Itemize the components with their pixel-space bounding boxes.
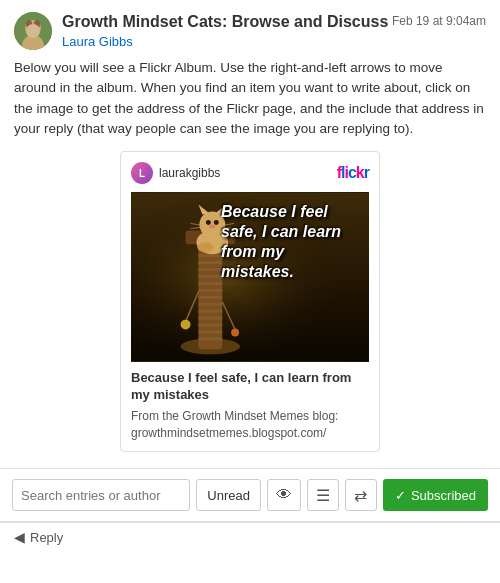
svg-rect-15 <box>198 275 222 278</box>
meme-text: Because I feel safe, I can learn from my… <box>221 202 361 282</box>
post-header: Growth Mindset Cats: Browse and Discuss … <box>0 0 500 58</box>
reply-link[interactable]: ◀ Reply <box>14 529 63 545</box>
filter-icon: ⇄ <box>354 486 367 505</box>
svg-rect-16 <box>198 282 222 285</box>
reply-arrow-icon: ◀ <box>14 529 25 545</box>
search-input[interactable] <box>12 479 190 511</box>
avatar <box>14 12 52 50</box>
svg-rect-13 <box>198 261 222 264</box>
flickr-blog-text: From the Growth Mindset Memes blog: grow… <box>131 408 369 442</box>
svg-point-43 <box>231 329 239 337</box>
svg-point-34 <box>209 224 215 228</box>
svg-rect-14 <box>198 268 222 271</box>
svg-rect-21 <box>198 317 222 320</box>
svg-rect-22 <box>198 324 222 327</box>
list-icon-button[interactable]: ☰ <box>307 479 339 511</box>
reply-section: ◀ Reply <box>0 522 500 555</box>
unread-button[interactable]: Unread <box>196 479 261 511</box>
reply-label: Reply <box>30 530 63 545</box>
post-title: Growth Mindset Cats: Browse and Discuss <box>62 12 388 33</box>
header-content: Growth Mindset Cats: Browse and Discuss … <box>62 12 486 49</box>
filter-icon-button[interactable]: ⇄ <box>345 479 377 511</box>
svg-point-32 <box>206 220 211 225</box>
post-author-link[interactable]: Laura Gibbs <box>62 34 133 49</box>
eye-icon-button[interactable]: 👁 <box>267 479 301 511</box>
flickr-user-avatar: L <box>131 162 153 184</box>
svg-rect-18 <box>198 296 222 299</box>
svg-point-39 <box>197 242 213 252</box>
flickr-user: L laurakgibbs <box>131 162 220 184</box>
flickr-card-wrapper: L laurakgibbs flickr <box>0 151 500 468</box>
svg-rect-20 <box>198 310 222 313</box>
svg-rect-19 <box>198 303 222 306</box>
post-body: Below you will see a Flickr Album. Use t… <box>0 58 500 151</box>
footer-toolbar: Unread 👁 ☰ ⇄ ✓ Subscribed <box>0 469 500 521</box>
cat-image[interactable]: Because I feel safe, I can learn from my… <box>131 192 369 362</box>
svg-rect-24 <box>198 337 222 340</box>
svg-point-5 <box>26 24 40 38</box>
svg-point-33 <box>214 220 219 225</box>
check-icon: ✓ <box>395 488 406 503</box>
list-icon: ☰ <box>316 486 330 505</box>
flickr-card: L laurakgibbs flickr <box>120 151 380 452</box>
eye-icon: 👁 <box>276 486 292 504</box>
svg-rect-17 <box>198 289 222 292</box>
flickr-logo: flickr <box>337 164 369 182</box>
svg-rect-23 <box>198 331 222 334</box>
post-timestamp: Feb 19 at 9:04am <box>392 12 486 28</box>
flickr-username: laurakgibbs <box>159 166 220 180</box>
flickr-card-header: L laurakgibbs flickr <box>131 162 369 184</box>
svg-rect-12 <box>198 254 222 257</box>
flickr-caption: Because I feel safe, I can learn from my… <box>131 370 369 404</box>
svg-point-41 <box>181 320 191 330</box>
subscribed-button[interactable]: ✓ Subscribed <box>383 479 488 511</box>
